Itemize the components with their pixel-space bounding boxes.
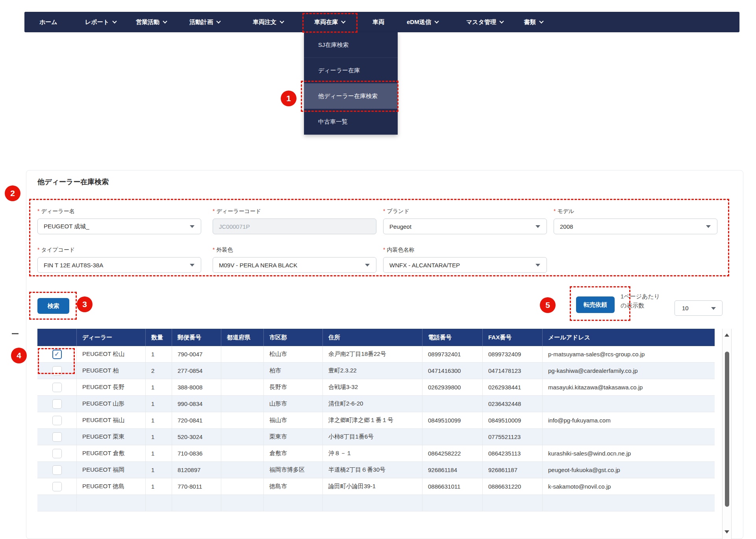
cell-email bbox=[543, 495, 715, 511]
cell-zip: 720-0841 bbox=[172, 412, 221, 428]
cell-qty: 1 bbox=[146, 396, 172, 412]
cell-fax: 0236432448 bbox=[483, 396, 543, 412]
menu-item-label: ディーラー在庫 bbox=[318, 67, 360, 74]
cell-email: k-sakamoto@novil.co.jp bbox=[543, 478, 715, 495]
menu-item-label: SJ在庫検索 bbox=[318, 41, 349, 49]
field-value: JC000071P bbox=[219, 223, 250, 230]
dropdown-menu-item[interactable]: 中古車一覧 bbox=[304, 109, 398, 135]
scroll-up-icon[interactable] bbox=[724, 333, 729, 337]
nav-item[interactable]: 車両 bbox=[372, 12, 384, 32]
cell-pref bbox=[221, 478, 264, 495]
table-row: ✓ PEUGEOT 徳島 1 770-8011 徳島市 論田町小論田39-1 0… bbox=[37, 478, 715, 495]
cell-phone: 0262939800 bbox=[422, 379, 483, 395]
cell-phone bbox=[422, 495, 483, 511]
cell-dealer bbox=[77, 495, 146, 511]
nav-item[interactable]: eDM送信 bbox=[407, 12, 438, 32]
dropdown-menu-item[interactable]: SJ在庫検索 bbox=[304, 32, 398, 58]
field-input[interactable]: FIN T 12E AUT8S-38A bbox=[37, 257, 201, 273]
row-checkbox[interactable]: ✓ bbox=[52, 366, 62, 376]
dropdown-arrow-icon bbox=[711, 307, 716, 310]
row-checkbox[interactable]: ✓ bbox=[52, 399, 62, 409]
cell-email: info@pg-fukuyama.com bbox=[543, 412, 715, 428]
row-checkbox[interactable]: ✓ bbox=[52, 432, 62, 442]
col-zip: 郵便番号 bbox=[172, 329, 221, 346]
cell-city: 栗東市 bbox=[264, 429, 323, 445]
nav-item[interactable]: 活動計画 bbox=[189, 12, 220, 32]
nav-item[interactable]: レポート bbox=[85, 12, 116, 32]
row-checkbox[interactable]: ✓ bbox=[52, 482, 62, 491]
dropdown-arrow-icon bbox=[190, 225, 195, 228]
search-button[interactable]: 検索 bbox=[37, 298, 69, 314]
field-input[interactable]: M09V - PERLA NERA BLACK bbox=[213, 257, 376, 273]
field-value: Peugeot bbox=[389, 223, 411, 230]
col-qty: 数量 bbox=[146, 329, 172, 346]
cell-zip: 710-0836 bbox=[172, 445, 221, 461]
col-checkbox bbox=[37, 329, 77, 346]
cell-fax: 0262938441 bbox=[483, 379, 543, 395]
dropdown-arrow-icon bbox=[706, 225, 711, 228]
nav-item[interactable]: 車両在庫 bbox=[314, 12, 345, 32]
cell-pref bbox=[221, 346, 264, 362]
cell-city: 松山市 bbox=[264, 346, 323, 362]
cell-address: 沖８－１ bbox=[323, 445, 422, 461]
table-row: ✓ PEUGEOT 山形 1 990-0834 山形市 清住町2-6-20 02… bbox=[37, 396, 715, 412]
nav-item-label: 活動計画 bbox=[189, 19, 213, 26]
dropdown-menu-item[interactable]: 他ディーラー在庫検索 bbox=[304, 83, 398, 109]
nav-item-label: eDM送信 bbox=[407, 19, 431, 26]
cell-email: p-matsuyama-sales@rcs-group.co.jp bbox=[543, 346, 715, 362]
scroll-down-icon[interactable] bbox=[724, 530, 729, 533]
cell-pref bbox=[221, 429, 264, 445]
field-input[interactable]: WNFX - ALCANTARA/TEP bbox=[383, 257, 547, 273]
per-page-select[interactable]: 10 bbox=[674, 300, 723, 316]
annotation-circle-2: 2 bbox=[5, 185, 20, 201]
dropdown-arrow-icon bbox=[536, 225, 540, 228]
cell-address: 豊町2.3.22 bbox=[323, 363, 422, 379]
table-row: ✓ PEUGEOT 倉敷 1 710-0836 倉敷市 沖８－１ 0864258… bbox=[37, 445, 715, 462]
cell-pref bbox=[221, 396, 264, 412]
cell-email: peugeot-fukuoka@gst.co.jp bbox=[543, 462, 715, 478]
row-checkbox[interactable]: ✓ bbox=[52, 350, 62, 359]
field-input[interactable]: 2008 bbox=[554, 219, 717, 234]
resale-request-button[interactable]: 転売依頼 bbox=[576, 296, 615, 313]
nav-item[interactable]: 営業活動 bbox=[136, 12, 167, 32]
row-checkbox[interactable]: ✓ bbox=[52, 383, 62, 392]
required-asterisk: * bbox=[213, 208, 215, 214]
cell-fax: 0886631220 bbox=[483, 478, 543, 495]
table-row: ✓ PEUGEOT 長野 1 388-8008 長野市 合戦場3-32 0262… bbox=[37, 379, 715, 396]
field-value: M09V - PERLA NERA BLACK bbox=[219, 262, 297, 269]
cell-phone: 926861184 bbox=[422, 462, 483, 478]
nav-item[interactable]: ホーム bbox=[39, 12, 57, 32]
scrollbar-thumb[interactable] bbox=[725, 352, 729, 507]
field-input[interactable]: JC000071P bbox=[213, 219, 376, 234]
table-row: ✓ PEUGEOT 福山 1 720-0841 福山市 津之郷町津之郷１番１号 … bbox=[37, 412, 715, 429]
field-input[interactable]: PEUGEOT 成城_ bbox=[37, 219, 201, 234]
form-field: *ディーラーコード JC000071P bbox=[213, 208, 376, 234]
cell-qty: 1 bbox=[146, 412, 172, 428]
field-value: 2008 bbox=[560, 223, 573, 230]
field-value: PEUGEOT 成城_ bbox=[44, 223, 89, 230]
row-checkbox[interactable]: ✓ bbox=[52, 449, 62, 458]
cell-email: kurashiki-sales@wind.ocn.ne.jp bbox=[543, 445, 715, 461]
nav-item[interactable]: 車両注文 bbox=[253, 12, 284, 32]
dropdown-menu-item[interactable]: ディーラー在庫 bbox=[304, 58, 398, 83]
field-label: *ディーラー名 bbox=[37, 208, 201, 215]
cell-pref bbox=[221, 363, 264, 379]
cell-qty: 1 bbox=[146, 462, 172, 478]
row-checkbox[interactable]: ✓ bbox=[52, 465, 62, 475]
cell-phone bbox=[422, 396, 483, 412]
nav-item[interactable]: 書類 bbox=[524, 12, 543, 32]
cell-qty bbox=[146, 495, 172, 511]
nav-item[interactable]: マスタ管理 bbox=[466, 12, 503, 32]
field-input[interactable]: Peugeot bbox=[383, 219, 547, 234]
cell-email: masayuki.kitazawa@takasawa.co.jp bbox=[543, 379, 715, 395]
stray-dash bbox=[12, 333, 19, 334]
row-checkbox[interactable]: ✓ bbox=[52, 416, 62, 425]
cell-zip: 770-8011 bbox=[172, 478, 221, 495]
annotation-circle-1: 1 bbox=[281, 91, 296, 106]
table-scrollbar[interactable] bbox=[722, 329, 732, 539]
chevron-down-icon bbox=[499, 19, 504, 23]
cell-city: 長野市 bbox=[264, 379, 323, 395]
cell-fax bbox=[483, 495, 543, 511]
chevron-down-icon bbox=[341, 19, 345, 23]
cell-phone: 0899732401 bbox=[422, 346, 483, 362]
